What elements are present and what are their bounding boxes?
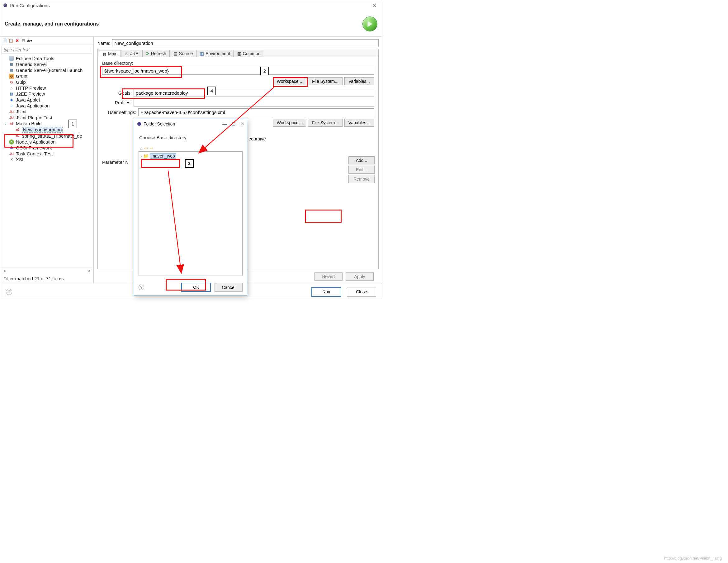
- variables-button-1[interactable]: Variables...: [344, 77, 374, 85]
- tree-item-gulp[interactable]: GGulp: [3, 79, 92, 85]
- user-settings-input[interactable]: [138, 108, 374, 116]
- tree-item-http-preview[interactable]: ⌂HTTP Preview: [3, 85, 92, 91]
- tree-item-j2ee-preview[interactable]: ▤J2EE Preview: [3, 91, 92, 97]
- http-icon: ⌂: [9, 86, 14, 91]
- dialog-title: Folder Selection: [144, 121, 175, 126]
- window-close-icon[interactable]: ✕: [370, 2, 379, 9]
- tree-item-junit[interactable]: JUJUnit: [3, 109, 92, 115]
- workspace-button-1[interactable]: Workspace...: [273, 77, 306, 85]
- caret-icon[interactable]: ⌄: [4, 122, 7, 125]
- xsl-icon: ✕: [9, 157, 14, 162]
- dialog-ok-button[interactable]: OK: [181, 283, 211, 292]
- tree-item-generic-server[interactable]: ▦Generic Server: [3, 61, 92, 67]
- datatools-icon: [9, 56, 14, 61]
- dialog-tree[interactable]: › 📁 maven_web: [139, 151, 243, 276]
- dialog-maximize-icon[interactable]: ☐: [232, 121, 236, 126]
- common-tab-icon: ▦: [237, 51, 241, 56]
- tree-item-maven-build[interactable]: ⌄m2Maven Build: [3, 121, 92, 126]
- profiles-input[interactable]: [134, 99, 374, 106]
- filter-text-input[interactable]: [2, 46, 92, 54]
- run-button[interactable]: Run: [311, 287, 341, 297]
- dialog-minimize-icon[interactable]: —: [222, 121, 227, 126]
- dialog-message: Choose Base directory: [139, 135, 243, 140]
- left-panel: 📄 📋 ✖ ⊟ ⊕▾ Eclipse Data Tools ▦Generic S…: [0, 37, 94, 283]
- run-orb-icon: [362, 17, 377, 31]
- tree-item-junit-plugin[interactable]: JUJUnit Plug-in Test: [3, 115, 92, 121]
- svg-point-0: [3, 3, 7, 7]
- dialog-tree-item-maven-web[interactable]: › 📁 maven_web: [140, 153, 241, 159]
- server-icon: ▦: [9, 68, 14, 73]
- collapse-icon[interactable]: ⊕▾: [27, 38, 32, 43]
- tab-strip: ▦Main ♨JRE ⟳Refresh ▤Source ▥Environment…: [97, 49, 379, 57]
- eclipse-icon: [137, 121, 142, 126]
- dialog-close-icon[interactable]: ✕: [241, 121, 244, 126]
- filesystem-button-2[interactable]: File System...: [308, 119, 343, 127]
- applet-icon: ◆: [9, 97, 14, 102]
- scroll-left-icon[interactable]: <: [3, 268, 6, 273]
- tree-item-java-applet[interactable]: ◆Java Applet: [3, 97, 92, 103]
- tab-jre[interactable]: ♨JRE: [121, 50, 142, 57]
- window-title: Run Configurations: [10, 3, 50, 8]
- dialog-nav-icons: ⌂ ⇦ ⇨: [139, 146, 243, 151]
- revert-button[interactable]: Revert: [314, 272, 343, 281]
- tree-item-eclipse-data-tools[interactable]: Eclipse Data Tools: [3, 55, 92, 61]
- tab-source[interactable]: ▤Source: [170, 50, 196, 57]
- delete-icon[interactable]: ✖: [15, 38, 20, 43]
- forward-icon[interactable]: ⇨: [150, 146, 154, 151]
- jre-tab-icon: ♨: [125, 51, 129, 56]
- tab-refresh[interactable]: ⟳Refresh: [142, 50, 170, 57]
- tree-item-spring-struts2[interactable]: m2spring_struts2_Hibernate_de: [3, 133, 92, 139]
- tree-item-task-context[interactable]: JUTask Context Test: [3, 151, 92, 157]
- apply-button[interactable]: Apply: [346, 272, 374, 281]
- nodejs-icon: n: [9, 140, 14, 144]
- caret-icon[interactable]: ›: [141, 154, 142, 158]
- filesystem-button-1[interactable]: File System...: [308, 77, 343, 85]
- tree-item-xsl[interactable]: ✕XSL: [3, 157, 92, 163]
- param-side-buttons: Add... Edit... Remove: [348, 156, 375, 183]
- recursive-partial-label: ecursive: [248, 135, 374, 143]
- dialog-cancel-button[interactable]: Cancel: [215, 283, 243, 292]
- junit-plugin-icon: JU: [9, 115, 14, 120]
- tree-item-new-configuration[interactable]: m2New_configuration: [3, 126, 92, 133]
- refresh-tab-icon: ⟳: [146, 51, 149, 56]
- java-app-icon: J: [9, 103, 14, 108]
- new-config-icon[interactable]: 📄: [2, 38, 7, 43]
- goals-input[interactable]: [134, 89, 374, 97]
- add-button[interactable]: Add...: [348, 156, 375, 164]
- tab-environment[interactable]: ▥Environment: [196, 50, 234, 57]
- scroll-right-icon[interactable]: >: [88, 268, 90, 273]
- close-button[interactable]: Close: [347, 287, 376, 297]
- remove-button: Remove: [348, 175, 375, 183]
- duplicate-icon[interactable]: 📋: [8, 38, 13, 43]
- user-settings-label: User settings:: [102, 110, 136, 115]
- callout-num-1: 1: [69, 120, 77, 128]
- main-tab-icon: ▦: [102, 51, 106, 56]
- config-tree[interactable]: Eclipse Data Tools ▦Generic Server ▦Gene…: [0, 55, 93, 267]
- variables-button-2[interactable]: Variables...: [344, 119, 374, 127]
- source-tab-icon: ▤: [173, 51, 177, 56]
- expand-icon[interactable]: ⊟: [21, 38, 26, 43]
- workspace-button-2[interactable]: Workspace...: [273, 119, 306, 127]
- tab-common[interactable]: ▦Common: [234, 50, 264, 57]
- profiles-label: Profiles:: [102, 100, 132, 105]
- name-label: Name:: [97, 41, 110, 46]
- back-icon[interactable]: ⇦: [144, 146, 148, 151]
- tab-main[interactable]: ▦Main: [99, 50, 121, 57]
- help-icon[interactable]: ?: [6, 289, 12, 295]
- maven-icon: m2: [15, 127, 20, 132]
- tree-item-node-app[interactable]: nNode.js Application: [3, 139, 92, 145]
- tree-item-generic-server-ext[interactable]: ▦Generic Server(External Launch: [3, 67, 92, 73]
- home-icon[interactable]: ⌂: [140, 146, 142, 151]
- base-dir-input[interactable]: [102, 67, 374, 75]
- name-input[interactable]: [112, 39, 379, 47]
- callout-num-3: 3: [185, 159, 194, 168]
- header-area: Create, manage, and run configurations: [0, 10, 382, 37]
- env-tab-icon: ▥: [200, 51, 204, 56]
- server-icon: ▦: [9, 62, 14, 67]
- tree-item-grunt[interactable]: GGrunt: [3, 73, 92, 79]
- hscrollbar[interactable]: <>: [0, 267, 93, 274]
- tree-item-osgi[interactable]: ⬢OSGi Framework: [3, 145, 92, 151]
- dialog-help-icon[interactable]: ?: [139, 285, 144, 290]
- callout-num-4: 4: [207, 87, 216, 95]
- tree-item-java-application[interactable]: JJava Application: [3, 103, 92, 109]
